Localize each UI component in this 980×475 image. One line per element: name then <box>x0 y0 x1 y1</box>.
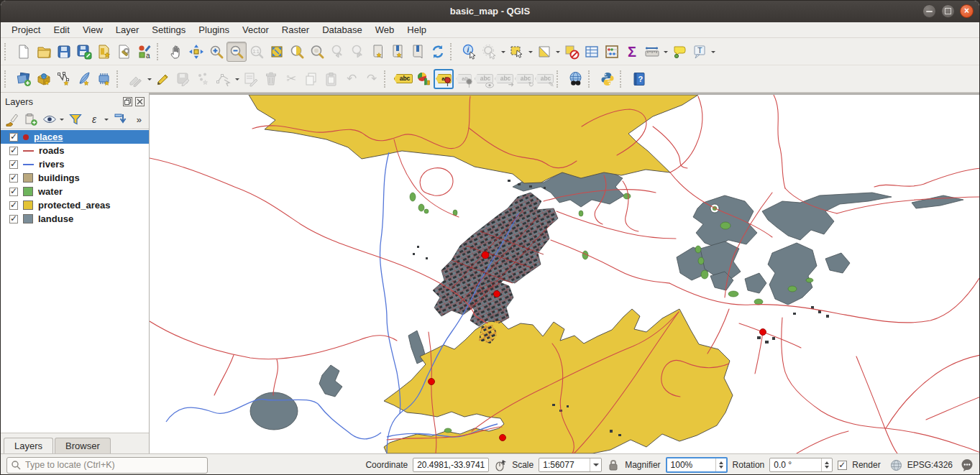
open-project-button[interactable] <box>34 42 54 62</box>
zoom-to-layer-button[interactable] <box>307 42 327 62</box>
filter-by-expression-icon[interactable]: ε <box>86 111 103 128</box>
zoom-to-selection-button[interactable] <box>287 42 307 62</box>
toolbar-handle[interactable] <box>557 70 564 88</box>
delete-selected-button[interactable] <box>261 69 281 89</box>
minimize-button[interactable] <box>922 4 936 18</box>
menu-item[interactable]: Web <box>369 22 401 38</box>
add-feature-button[interactable] <box>193 69 214 89</box>
rotation-spin-buttons[interactable] <box>821 458 832 471</box>
modify-attributes-button[interactable] <box>241 69 261 89</box>
measure-line-button[interactable] <box>642 42 662 62</box>
layer-row[interactable]: rivers <box>1 157 149 171</box>
pan-to-selection-button[interactable] <box>186 42 206 62</box>
select-by-value-button[interactable] <box>534 42 554 62</box>
layer-diagram-options-button[interactable] <box>413 69 434 89</box>
open-attribute-table-button[interactable] <box>582 42 602 62</box>
menu-item[interactable]: Settings <box>145 22 192 38</box>
new-geopackage-layer-button[interactable] <box>34 69 54 89</box>
scale-dropdown-icon[interactable] <box>590 458 601 471</box>
metasearch-button[interactable] <box>566 69 586 89</box>
add-group-icon[interactable] <box>22 111 40 128</box>
refresh-button[interactable] <box>428 42 448 62</box>
expand-collapse-icon[interactable] <box>111 111 129 128</box>
toolbar-handle[interactable] <box>4 43 12 60</box>
select-features-button[interactable] <box>507 42 527 62</box>
title-bar[interactable]: basic_map - QGIS × <box>1 1 979 23</box>
layer-styling-icon[interactable] <box>4 111 21 128</box>
field-calculator-button[interactable] <box>602 42 622 62</box>
toolbar-handle[interactable] <box>384 70 391 88</box>
select-by-value-dropdown[interactable] <box>554 42 562 62</box>
current-edits-dropdown[interactable] <box>146 69 153 89</box>
save-project-button[interactable] <box>54 42 74 62</box>
layer-checkbox[interactable] <box>9 215 18 223</box>
menu-item[interactable]: View <box>76 22 109 38</box>
zoom-last-button[interactable] <box>327 42 347 62</box>
current-edits-button[interactable] <box>126 69 146 89</box>
style-manager-button[interactable]: a <box>134 42 155 62</box>
magnifier-input[interactable] <box>667 460 715 470</box>
panel-tab[interactable]: Layers <box>4 438 53 453</box>
new-spatialite-layer-button[interactable] <box>74 69 94 89</box>
locator-input[interactable] <box>24 459 203 471</box>
menu-item[interactable]: Layer <box>109 22 146 38</box>
menu-item[interactable]: Raster <box>275 22 316 38</box>
rotate-label-button[interactable]: abc↻ <box>514 69 534 89</box>
move-label-button[interactable]: abc➜ <box>494 69 514 89</box>
manage-map-themes-icon[interactable] <box>41 111 58 128</box>
zoom-out-button[interactable] <box>226 42 247 62</box>
scale-input[interactable] <box>539 460 590 470</box>
crs-globe-icon[interactable] <box>890 459 902 471</box>
run-feature-action-button[interactable] <box>480 42 500 62</box>
themes-dropdown[interactable] <box>60 111 65 128</box>
menu-item[interactable]: Help <box>400 22 433 38</box>
toolbar-handle[interactable] <box>157 43 164 60</box>
menu-item[interactable]: Project <box>5 22 47 38</box>
annotation-dropdown[interactable] <box>710 42 717 62</box>
toolbar-handle[interactable] <box>450 43 457 60</box>
layer-row[interactable]: water <box>1 185 149 198</box>
statistical-summary-button[interactable]: Σ <box>622 42 642 62</box>
toolbar-handle[interactable] <box>620 70 627 88</box>
python-console-button[interactable] <box>597 69 618 89</box>
toolbar-handle[interactable] <box>116 70 124 88</box>
highlight-pinned-labels-button[interactable]: ab <box>454 69 474 89</box>
rotation-spinbox[interactable] <box>769 458 833 472</box>
identify-features-button[interactable]: i <box>459 42 480 62</box>
crs-status[interactable]: EPSG:4326 <box>907 460 953 470</box>
paste-features-button[interactable] <box>321 69 342 89</box>
toolbar-handle[interactable] <box>4 70 12 88</box>
layer-checkbox[interactable] <box>9 174 18 183</box>
zoom-native-button[interactable]: 1:1 <box>247 42 267 62</box>
change-label-button[interactable]: abc✎ <box>534 69 554 89</box>
render-checkbox[interactable] <box>838 461 847 470</box>
vertex-tool-dropdown[interactable] <box>234 69 241 89</box>
deselect-features-button[interactable] <box>562 42 582 62</box>
layer-checkbox[interactable] <box>9 160 18 169</box>
magnifier-spin-buttons[interactable] <box>715 458 726 471</box>
close-button[interactable]: × <box>960 4 974 18</box>
pin-labels-button[interactable]: ab <box>434 69 454 89</box>
rotation-input[interactable] <box>770 460 821 470</box>
cut-features-button[interactable]: ✂ <box>281 69 301 89</box>
locator-box[interactable] <box>6 457 208 474</box>
pan-map-button[interactable] <box>166 42 186 62</box>
map-tips-button[interactable] <box>669 42 690 62</box>
toggle-editing-button[interactable] <box>153 69 173 89</box>
show-hide-labels-button[interactable]: abc <box>474 69 494 89</box>
new-project-button[interactable] <box>14 42 34 62</box>
undo-button[interactable]: ↶ <box>342 69 362 89</box>
layer-checkbox[interactable] <box>9 147 18 155</box>
layer-row[interactable]: protected_areas <box>1 198 149 212</box>
messages-icon[interactable] <box>961 458 974 471</box>
layer-row[interactable]: roads <box>1 144 149 157</box>
open-data-source-manager-button[interactable] <box>14 69 34 89</box>
magnifier-spinbox[interactable] <box>666 457 728 473</box>
maximize-button[interactable] <box>941 4 955 18</box>
help-button[interactable]: ? <box>629 69 649 89</box>
zoom-next-button[interactable] <box>347 42 367 62</box>
layer-checkbox[interactable] <box>9 133 18 142</box>
select-features-dropdown[interactable] <box>527 42 534 62</box>
measure-dropdown[interactable] <box>662 42 669 62</box>
menu-item[interactable]: Plugins <box>192 22 236 38</box>
